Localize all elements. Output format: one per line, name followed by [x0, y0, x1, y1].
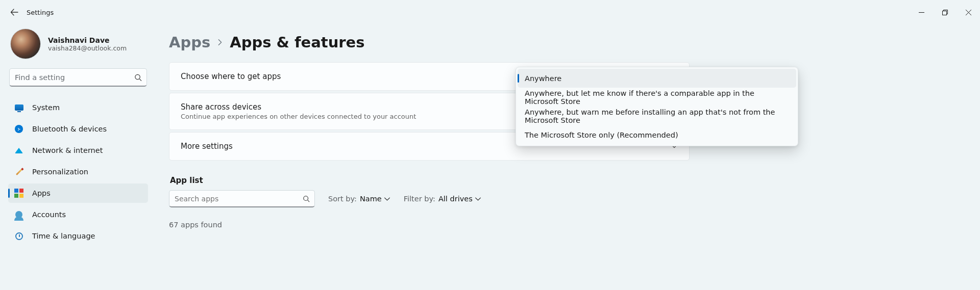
sidebar-item-apps[interactable]: Apps — [8, 183, 148, 203]
arrow-left-icon — [10, 8, 18, 16]
chevron-down-icon — [384, 196, 390, 202]
sidebar-item-label: Personalization — [32, 168, 88, 176]
svg-point-1 — [135, 74, 140, 79]
profile-email: vaisha284@outlook.com — [48, 44, 127, 52]
sidebar-item-label: Apps — [32, 189, 51, 197]
app-list-heading: App list — [170, 176, 965, 185]
sidebar-item-accounts[interactable]: Accounts — [8, 205, 148, 224]
svg-point-2 — [304, 196, 308, 201]
filter-by-dropdown[interactable]: Filter by: All drives — [404, 195, 481, 203]
minimize-icon — [919, 10, 924, 15]
avatar — [10, 29, 41, 59]
close-button[interactable] — [957, 4, 980, 20]
dropdown-option-store-only[interactable]: The Microsoft Store only (Recommended) — [518, 125, 796, 144]
sort-value: Name — [360, 195, 382, 203]
sidebar-item-personalization[interactable]: Personalization — [8, 162, 148, 181]
sidebar: Vaishnavi Dave vaisha284@outlook.com Sys… — [0, 24, 156, 290]
sidebar-item-time-language[interactable]: Time & language — [8, 226, 148, 246]
card-subtext: Continue app experiences on other device… — [181, 113, 416, 120]
sidebar-item-label: Time & language — [32, 232, 95, 240]
window-controls — [910, 4, 980, 20]
sidebar-item-label: System — [32, 103, 60, 112]
search-apps-input[interactable] — [169, 190, 315, 207]
close-icon — [966, 10, 971, 15]
sidebar-item-system[interactable]: System — [8, 98, 148, 117]
bluetooth-icon: ᚛ — [14, 124, 23, 134]
sidebar-item-label: Accounts — [32, 210, 66, 219]
back-button[interactable] — [9, 7, 19, 17]
maximize-icon — [942, 10, 948, 15]
titlebar: Settings — [0, 0, 980, 24]
nav: System ᚛ Bluetooth & devices Network & i… — [8, 98, 148, 246]
dropdown-option-label: Anywhere, but warn me before installing … — [525, 108, 789, 124]
window-title: Settings — [27, 9, 54, 16]
profile-block[interactable]: Vaishnavi Dave vaisha284@outlook.com — [8, 24, 148, 68]
dropdown-option-label: Anywhere, but let me know if there's a c… — [525, 89, 789, 106]
card-text: Choose where to get apps — [181, 72, 281, 81]
main-content: Apps Apps & features Choose where to get… — [156, 24, 980, 290]
sort-label: Sort by: — [328, 195, 357, 203]
sidebar-item-label: Network & internet — [32, 146, 103, 154]
dropdown-option-let-me-know[interactable]: Anywhere, but let me know if there's a c… — [518, 88, 796, 107]
app-list-controls: Sort by: Name Filter by: All drives — [169, 190, 965, 207]
page-title: Apps & features — [230, 34, 364, 51]
card-text: More settings — [181, 142, 233, 151]
breadcrumb-parent[interactable]: Apps — [169, 34, 210, 51]
system-icon — [14, 103, 23, 112]
sidebar-item-network[interactable]: Network & internet — [8, 141, 148, 160]
clock-icon — [14, 231, 23, 241]
apps-icon — [14, 189, 23, 198]
dropdown-option-warn-me[interactable]: Anywhere, but warn me before installing … — [518, 107, 796, 125]
card-label: Share across devices — [181, 102, 416, 112]
chevron-down-icon — [475, 196, 481, 202]
titlebar-left: Settings — [0, 7, 54, 17]
settings-search — [9, 68, 147, 87]
wifi-icon — [14, 146, 23, 155]
dropdown-option-label: Anywhere — [525, 74, 561, 83]
filter-value: All drives — [438, 195, 473, 203]
search-apps-field — [169, 190, 315, 207]
sidebar-item-bluetooth[interactable]: ᚛ Bluetooth & devices — [8, 119, 148, 139]
accounts-icon — [14, 210, 23, 219]
search-icon — [134, 74, 142, 82]
minimize-button[interactable] — [910, 4, 933, 20]
app-count-text: 67 apps found — [169, 221, 965, 229]
search-icon — [303, 195, 310, 202]
profile-text: Vaishnavi Dave vaisha284@outlook.com — [48, 36, 127, 52]
dropdown-option-anywhere[interactable]: Anywhere — [518, 69, 796, 88]
sort-by-dropdown[interactable]: Sort by: Name — [328, 195, 390, 203]
profile-name: Vaishnavi Dave — [48, 36, 127, 44]
search-input[interactable] — [9, 68, 147, 87]
card-text: Share across devices Continue app experi… — [181, 102, 416, 120]
chevron-right-icon — [216, 39, 224, 46]
breadcrumb: Apps Apps & features — [169, 34, 965, 51]
brush-icon — [14, 167, 23, 176]
card-label: Choose where to get apps — [181, 72, 281, 81]
choose-apps-dropdown: Anywhere Anywhere, but let me know if th… — [516, 67, 798, 146]
card-label: More settings — [181, 142, 233, 151]
sidebar-item-label: Bluetooth & devices — [32, 125, 107, 133]
maximize-button[interactable] — [933, 4, 957, 20]
filter-label: Filter by: — [404, 195, 435, 203]
dropdown-option-label: The Microsoft Store only (Recommended) — [525, 131, 678, 139]
svg-rect-0 — [942, 11, 946, 15]
